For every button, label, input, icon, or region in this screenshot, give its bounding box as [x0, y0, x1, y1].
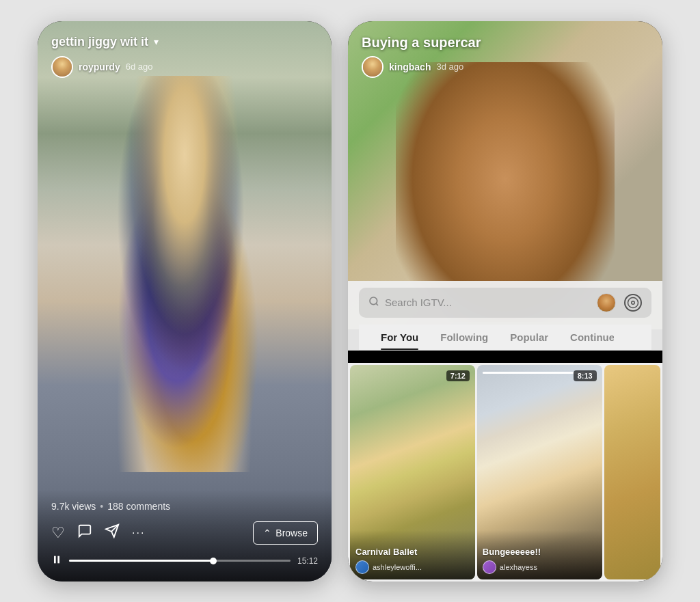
thumbnails-grid: 7:12 Carnival Ballet ashleylewoffi... 8:… [348, 363, 662, 582]
video-title-left: gettin jiggy wit it [51, 35, 148, 49]
browse-arrow: ⌃ [263, 528, 271, 538]
avatar-right[interactable] [362, 56, 383, 78]
thumb-card-3[interactable] [604, 365, 660, 579]
actions-row: ♡ ··· ⌃ Browse [51, 521, 318, 545]
svg-point-6 [628, 297, 638, 307]
thumb-username-1: ashleylewoffi... [373, 563, 422, 571]
dropdown-icon[interactable]: ▾ [154, 36, 159, 47]
views-count: 9.7k views [51, 501, 96, 512]
igtv-username[interactable]: kingbach [389, 61, 431, 72]
app-container: gettin jiggy wit it ▾ roypurdy 6d ago 9.… [0, 0, 700, 602]
pause-button[interactable] [51, 554, 62, 568]
search-right-icons [597, 293, 642, 312]
thumb-title-2: Bungeeeeee!! [483, 547, 597, 557]
thumb-user-row-2: alexhayess [483, 560, 597, 574]
duration-left: 15:12 [297, 556, 318, 566]
right-phone: Buying a supercar kingbach 3d ago Search… [348, 21, 662, 582]
send-icon[interactable] [105, 523, 120, 542]
thumb-avatar-2 [483, 560, 496, 574]
settings-icon[interactable] [624, 294, 642, 312]
stats-row: 9.7k views • 188 comments [51, 501, 318, 512]
thumb-avatar-1 [355, 560, 369, 574]
browse-button[interactable]: ⌃ Browse [253, 521, 318, 545]
svg-rect-3 [57, 556, 59, 563]
video-title-row: gettin jiggy wit it ▾ [51, 35, 318, 49]
thumb-bg-3 [604, 365, 660, 579]
tab-continue[interactable]: Continue W [559, 325, 614, 350]
tab-popular[interactable]: Popular [499, 325, 559, 350]
thumb-info-1: Carnival Ballet ashleylewoffi... [350, 530, 475, 579]
more-icon[interactable]: ··· [132, 527, 145, 539]
svg-point-7 [632, 301, 635, 304]
username-left[interactable]: roypurdy [79, 61, 120, 72]
thumb-username-2: alexhayess [500, 563, 537, 571]
skater-figure [89, 76, 280, 472]
thumb-user-row-1: ashleylewoffi... [355, 560, 470, 574]
thumb-card-2[interactable]: 8:13 Bungeeeeee!! alexhayess [477, 365, 602, 579]
igtv-user-row: kingbach 3d ago [362, 56, 649, 78]
igtv-video-title: Buying a supercar [362, 35, 649, 51]
time-ago-left: 6d ago [126, 61, 153, 72]
thumb-duration-2: 8:13 [574, 370, 597, 381]
left-phone: gettin jiggy wit it ▾ roypurdy 6d ago 9.… [38, 21, 332, 582]
browse-label: Browse [275, 528, 308, 538]
thumb-title-1: Carnival Ballet [355, 547, 470, 557]
user-row-left: roypurdy 6d ago [51, 56, 318, 78]
progress-dot [210, 558, 217, 564]
action-icons: ♡ ··· [51, 523, 253, 542]
igtv-time: 3d ago [436, 61, 463, 72]
separator: • [100, 501, 103, 512]
like-icon[interactable]: ♡ [51, 524, 65, 542]
thumb-card-1[interactable]: 7:12 Carnival Ballet ashleylewoffi... [350, 365, 475, 579]
svg-line-5 [376, 303, 378, 305]
svg-point-4 [370, 297, 377, 305]
search-bar[interactable]: Search IGTV... [359, 288, 651, 318]
progress-fill [69, 560, 213, 562]
igtv-profile-icon[interactable] [597, 293, 616, 312]
progress-bar[interactable] [69, 560, 291, 562]
search-section: Search IGTV... For You Following [348, 281, 662, 351]
progress-row: 15:12 [51, 554, 318, 568]
comment-icon[interactable] [77, 523, 92, 542]
comments-count: 188 comments [107, 501, 170, 512]
thumb-info-2: Bungeeeeee!! alexhayess [477, 530, 602, 579]
avatar-left[interactable] [51, 56, 73, 78]
svg-rect-2 [54, 556, 56, 563]
thumb-progress-fill-2 [483, 372, 574, 374]
tab-following[interactable]: Following [429, 325, 499, 350]
top-overlay-left: gettin jiggy wit it ▾ roypurdy 6d ago [38, 21, 332, 85]
thumb-duration-1: 7:12 [446, 370, 470, 381]
tabs-row: For You Following Popular Continue W [359, 325, 651, 351]
search-placeholder: Search IGTV... [385, 297, 452, 308]
tab-for-you[interactable]: For You [370, 325, 429, 350]
igtv-header: Buying a supercar kingbach 3d ago [348, 21, 662, 78]
bottom-bar-left: 9.7k views • 188 comments ♡ ··· ⌃ [38, 490, 332, 582]
search-icon [368, 296, 379, 310]
